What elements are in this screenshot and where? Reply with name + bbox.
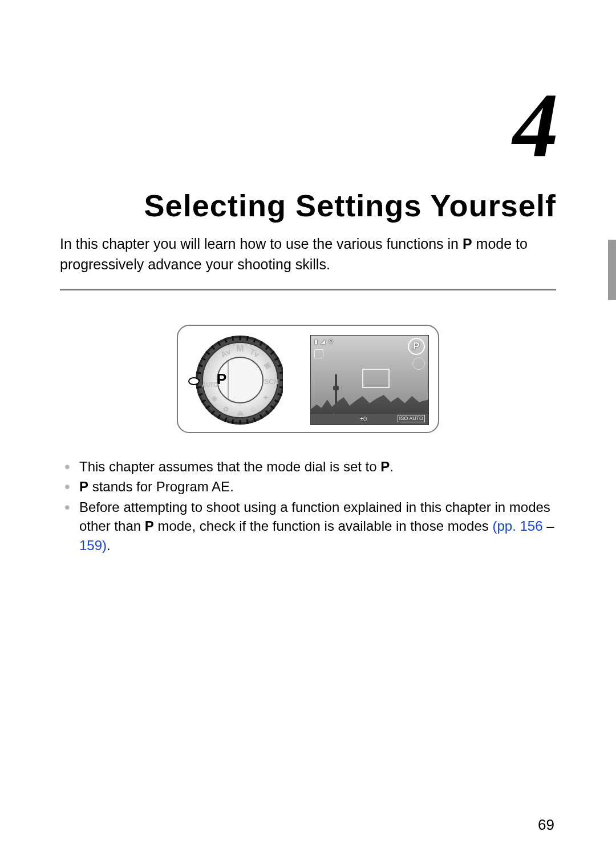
p-mode-icon: P (380, 457, 390, 477)
mode-dial-illustration: M Av Tv ▣ SCN ✦ ☺ ⛰ ✿ ❀ AUTO P (186, 333, 294, 427)
bullet-3-dash: – (543, 518, 554, 534)
manual-page: 4 Selecting Settings Yourself In this ch… (0, 0, 616, 868)
svg-text:P: P (217, 370, 226, 387)
svg-text:M: M (236, 344, 244, 353)
page-edge-tab (608, 240, 616, 300)
bullet-item-1: This chapter assumes that the mode dial … (63, 457, 556, 477)
svg-text:✿: ✿ (223, 405, 229, 413)
page-ref-link-159[interactable]: 159) (79, 538, 107, 553)
svg-line-22 (232, 419, 233, 423)
svg-text:AUTO: AUTO (202, 382, 218, 388)
svg-line-4 (247, 336, 248, 341)
svg-text:❀: ❀ (212, 395, 217, 403)
chapter-number: 4 (60, 80, 556, 171)
svg-line-31 (196, 372, 201, 373)
intro-text-1: In this chapter you will learn how to us… (60, 236, 463, 252)
osd-iso-label: ISO AUTO (398, 415, 425, 422)
chapter-title: Selecting Settings Yourself (50, 188, 556, 223)
bullet-item-2: P stands for Program AE. (63, 477, 556, 496)
svg-text:SCN: SCN (264, 378, 278, 386)
svg-line-11 (279, 372, 283, 373)
bullet-item-3: Before attempting to shoot using a funct… (63, 498, 556, 555)
bullet-1-text-before: This chapter assumes that the mode dial … (79, 459, 380, 474)
osd-top-icons: ▮ ◢ ⚙ (314, 338, 334, 345)
chapter-intro: In this chapter you will learn how to us… (60, 233, 556, 275)
svg-line-20 (247, 419, 248, 423)
af-frame-icon (362, 369, 390, 388)
lcd-preview-illustration: ▮ ◢ ⚙ P ±0 ISO AUTO (310, 335, 429, 425)
svg-line-38 (232, 336, 233, 341)
bullet-list: This chapter assumes that the mode dial … (60, 457, 556, 555)
svg-line-29 (196, 387, 201, 387)
osd-ev-label: ±0 (360, 415, 367, 422)
figure-container: M Av Tv ▣ SCN ✦ ☺ ⛰ ✿ ❀ AUTO P (60, 325, 556, 435)
section-divider (60, 289, 556, 290)
p-mode-icon: P (463, 233, 472, 254)
dial-index-mark-icon (188, 377, 200, 385)
svg-line-13 (279, 387, 283, 387)
page-number: 69 (538, 816, 554, 834)
bullet-3-period: . (107, 538, 111, 553)
mode-dial-icon: M Av Tv ▣ SCN ✦ ☺ ⛰ ✿ ❀ AUTO P (186, 333, 283, 427)
bullet-1-text-after: . (390, 459, 394, 474)
osd-p-mode-icon: P (408, 338, 425, 355)
p-mode-icon: P (145, 516, 154, 536)
svg-text:✦: ✦ (263, 394, 269, 402)
osd-left-icon (314, 349, 323, 358)
p-mode-icon: P (79, 477, 88, 496)
camera-illustration: M Av Tv ▣ SCN ✦ ☺ ⛰ ✿ ❀ AUTO P (177, 325, 439, 433)
bullet-3-text-after: mode, check if the function is available… (154, 518, 493, 534)
bullet-2-text: stands for Program AE. (88, 479, 234, 494)
page-ref-link-156[interactable]: (pp. 156 (492, 518, 542, 534)
osd-right-icon (412, 357, 425, 370)
svg-text:☺: ☺ (250, 405, 257, 413)
svg-text:⛰: ⛰ (237, 409, 244, 417)
